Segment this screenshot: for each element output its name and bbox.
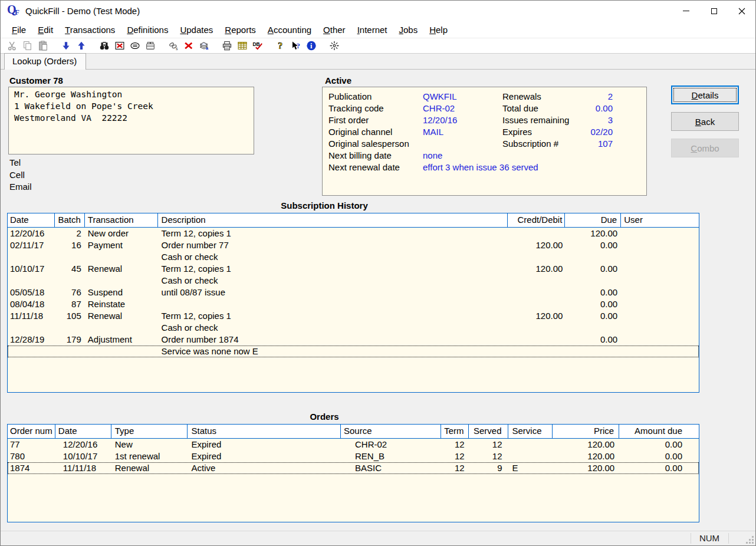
table-cell: 11/11/18 <box>8 310 55 322</box>
menu-help[interactable]: Help <box>423 22 453 37</box>
table-cell: 45 <box>55 263 85 275</box>
column-header-type: Type <box>111 425 188 438</box>
find-icon[interactable] <box>97 39 112 53</box>
combo-button[interactable]: Combo <box>671 139 739 157</box>
table-cell <box>85 346 158 357</box>
button-label: Back <box>695 117 715 127</box>
close-icon <box>738 8 745 15</box>
minimize-icon <box>683 11 689 11</box>
table-cell: 12/20/16 <box>55 439 111 450</box>
menu-updates[interactable]: Updates <box>174 22 219 37</box>
field-value: 12/20/16 <box>423 114 457 126</box>
copy-icon[interactable] <box>20 39 35 53</box>
field-value: 2 <box>567 91 613 103</box>
cardfile-icon[interactable] <box>143 39 158 53</box>
table-cell: 0.00 <box>565 298 621 310</box>
table-cell: 120.00 <box>553 450 619 462</box>
table-row[interactable]: Cash or check <box>8 322 699 334</box>
field-value: none <box>423 150 442 162</box>
window-title: QuickFill - Demo (Test Mode) <box>25 6 140 16</box>
menu-definitions[interactable]: Definitions <box>121 22 174 37</box>
table-row[interactable]: Service was none now E <box>8 346 699 357</box>
grid-icon[interactable] <box>235 39 250 53</box>
column-header-batch: Batch <box>55 213 85 227</box>
table-row[interactable]: 02/11/1716PaymentOrder number 77120.000.… <box>8 239 699 251</box>
menu-file[interactable]: File <box>6 22 32 37</box>
delete-record-icon[interactable] <box>112 39 127 53</box>
table-row[interactable]: 78010/10/171st renewalExpiredREN_B121212… <box>8 450 699 462</box>
field-value: 0.00 <box>567 103 613 114</box>
table-cell: BASIC <box>341 462 441 474</box>
contact-labels: TelCellEmail <box>9 157 32 193</box>
table-cell: Order number 77 <box>158 239 508 251</box>
table-row[interactable]: 12/28/19179AdjustmentOrder number 18740.… <box>8 334 699 346</box>
field-label: Next renewal date <box>328 162 400 172</box>
menu-reports[interactable]: Reports <box>219 22 262 37</box>
table-cell <box>621 239 699 251</box>
help-icon[interactable]: ? <box>273 39 288 53</box>
contact-label-cell: Cell <box>9 169 32 182</box>
table-cell <box>621 287 699 298</box>
active-field-row: Issues remaining3 <box>502 114 569 126</box>
field-label: First order <box>328 115 369 125</box>
table-cell: 120.00 <box>508 310 566 322</box>
paste-icon[interactable] <box>35 39 51 53</box>
toolbar: sDB??i <box>1 38 755 54</box>
db-check-icon[interactable]: DB <box>250 39 265 53</box>
table-row[interactable]: 10/10/1745RenewalTerm 12, copies 1120.00… <box>8 263 699 275</box>
info-icon[interactable]: i <box>304 39 319 53</box>
table-row[interactable]: Cash or check <box>8 275 699 287</box>
table-cell <box>621 310 699 322</box>
table-row[interactable]: 05/05/1876Suspenduntil 08/87 issue0.00 <box>8 287 699 298</box>
table-cell: 0.00 <box>565 263 621 275</box>
table-cell <box>621 298 699 310</box>
menu-accounting[interactable]: Accounting <box>262 22 317 37</box>
menu-other[interactable]: Other <box>317 22 351 37</box>
minimize-button[interactable] <box>672 1 700 21</box>
context-help-icon[interactable]: ? <box>288 39 304 53</box>
maximize-button[interactable] <box>700 1 728 21</box>
menu-jobs[interactable]: Jobs <box>393 22 424 37</box>
table-cell <box>621 322 699 334</box>
table-cell: Term 12, copies 1 <box>158 310 508 322</box>
memo-icon[interactable] <box>127 39 143 53</box>
table-cell: 0.00 <box>619 439 699 450</box>
menu-edit[interactable]: Edit <box>32 22 59 37</box>
menu-transactions[interactable]: Transactions <box>59 22 121 37</box>
delete-icon[interactable] <box>181 39 196 53</box>
move-up-icon[interactable] <box>74 39 89 53</box>
table-row[interactable]: Cash or check <box>8 251 699 263</box>
resize-grip-icon[interactable] <box>746 536 754 544</box>
move-down-icon[interactable] <box>58 39 74 53</box>
address-line: Westmoreland VA 22222 <box>14 112 248 124</box>
table-row[interactable]: 7712/20/16NewExpiredCHR-021212120.000.00 <box>8 439 699 450</box>
table-row[interactable]: 187411/11/18RenewalActiveBASIC129E120.00… <box>8 462 699 474</box>
mail-stack-icon[interactable] <box>196 39 212 53</box>
table-row[interactable]: 08/04/1887Reinstate0.00 <box>8 298 699 310</box>
table-cell: 12/28/19 <box>8 334 55 346</box>
link-icon[interactable]: s <box>166 39 181 53</box>
close-button[interactable] <box>728 1 755 21</box>
table-cell: Renewal <box>85 263 158 275</box>
table-cell <box>621 228 699 239</box>
active-field-row: Total due0.00 <box>502 103 538 114</box>
table-cell <box>621 334 699 346</box>
details-button[interactable]: Details <box>671 85 739 104</box>
table-cell <box>621 275 699 287</box>
active-field-row: Original channelMAIL <box>328 126 392 138</box>
orders-header-row: Order numDateTypeStatusSourceTermServedS… <box>8 425 699 439</box>
spark-icon[interactable] <box>327 39 342 53</box>
table-row[interactable]: 11/11/18105RenewalTerm 12, copies 1120.0… <box>8 310 699 322</box>
table-cell: 12/20/16 <box>8 228 55 239</box>
active-field-row: Renewals2 <box>502 91 541 103</box>
active-panel: PublicationQWKFILTracking codeCHR-02Firs… <box>322 87 647 196</box>
table-cell: 1874 <box>8 462 55 474</box>
menu-internet[interactable]: Internet <box>351 22 393 37</box>
back-button[interactable]: Back <box>671 112 739 131</box>
print-icon[interactable] <box>219 39 235 53</box>
field-value: 02/20 <box>567 126 613 138</box>
tab-lookup-orders[interactable]: Lookup (Orders) <box>4 53 86 70</box>
table-cell: 11/11/18 <box>55 462 111 474</box>
cut-icon[interactable] <box>5 39 20 53</box>
table-row[interactable]: 12/20/162New orderTerm 12, copies 1120.0… <box>8 228 699 239</box>
